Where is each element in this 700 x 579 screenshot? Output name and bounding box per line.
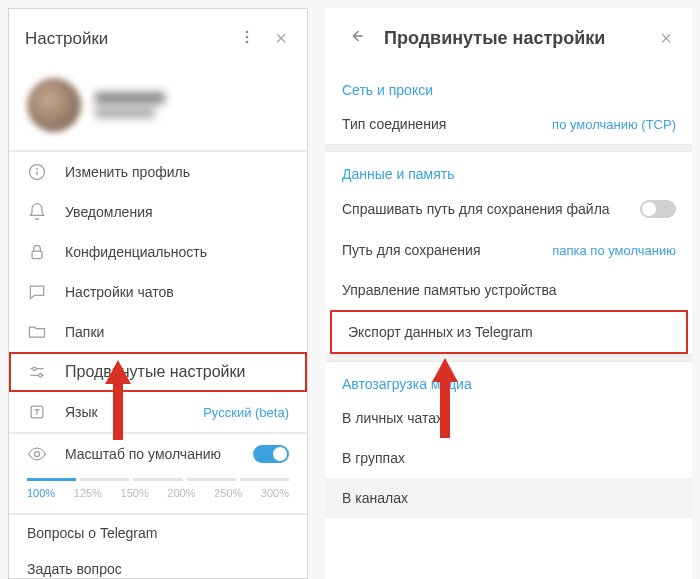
svg-rect-6 bbox=[32, 251, 42, 258]
ask-path-toggle[interactable] bbox=[640, 200, 676, 218]
row-value: по умолчанию (TCP) bbox=[552, 117, 676, 132]
sliders-icon bbox=[27, 362, 47, 382]
menu-label: Масштаб по умолчанию bbox=[65, 446, 235, 462]
svg-point-0 bbox=[246, 30, 249, 33]
separator bbox=[326, 354, 692, 362]
settings-header: Настройки × bbox=[9, 9, 307, 68]
advanced-header: Продвинутые настройки × bbox=[326, 8, 692, 68]
menu-label: Настройки чатов bbox=[65, 284, 289, 300]
row-label: Управление памятью устройства bbox=[342, 282, 676, 298]
row-label: Тип соединения bbox=[342, 116, 552, 132]
more-icon[interactable] bbox=[235, 25, 259, 53]
menu-chat-settings[interactable]: Настройки чатов bbox=[9, 272, 307, 312]
back-icon[interactable] bbox=[342, 22, 370, 54]
bell-icon bbox=[27, 202, 47, 222]
menu-about[interactable]: Вопросы о Telegram bbox=[9, 515, 307, 551]
row-label: Экспорт данных из Telegram bbox=[348, 324, 670, 340]
menu-label: Продвинутые настройки bbox=[65, 363, 289, 381]
row-label: Путь для сохранения bbox=[342, 242, 552, 258]
chat-icon bbox=[27, 282, 47, 302]
row-export-data[interactable]: Экспорт данных из Telegram bbox=[330, 310, 688, 354]
advanced-title: Продвинутые настройки bbox=[384, 28, 656, 49]
lock-icon bbox=[27, 242, 47, 262]
menu-label: Вопросы о Telegram bbox=[27, 525, 289, 541]
advanced-panel: Продвинутые настройки × Сеть и прокси Ти… bbox=[326, 8, 692, 579]
menu-label: Задать вопрос bbox=[27, 561, 289, 577]
svg-point-1 bbox=[246, 35, 249, 38]
profile-block[interactable] bbox=[9, 68, 307, 150]
scale-toggle[interactable] bbox=[253, 445, 289, 463]
section-automedia: Автозагрузка медиа bbox=[326, 362, 692, 398]
settings-panel: Настройки × Изменить профиль Уведомления… bbox=[8, 8, 308, 579]
separator bbox=[326, 144, 692, 152]
menu-ask[interactable]: Задать вопрос bbox=[9, 551, 307, 579]
row-connection-type[interactable]: Тип соединения по умолчанию (TCP) bbox=[326, 104, 692, 144]
svg-point-2 bbox=[246, 40, 249, 43]
row-value: папка по умолчанию bbox=[552, 243, 676, 258]
language-icon bbox=[27, 402, 47, 422]
row-label: В группах bbox=[342, 450, 676, 466]
language-value: Русский (beta) bbox=[203, 405, 289, 420]
zoom-labels: 100% 125% 150% 200% 250% 300% bbox=[27, 487, 289, 499]
row-groups[interactable]: В группах bbox=[326, 438, 692, 478]
svg-point-5 bbox=[37, 168, 38, 169]
menu-privacy[interactable]: Конфиденциальность bbox=[9, 232, 307, 272]
row-ask-path[interactable]: Спрашивать путь для сохранения файла bbox=[326, 188, 692, 230]
menu-advanced[interactable]: Продвинутые настройки bbox=[9, 352, 307, 392]
row-private-chats[interactable]: В личных чатах bbox=[326, 398, 692, 438]
svg-point-10 bbox=[39, 374, 42, 377]
menu-label: Папки bbox=[65, 324, 289, 340]
close-icon[interactable]: × bbox=[656, 23, 676, 54]
svg-point-12 bbox=[35, 452, 40, 457]
row-label: В личных чатах bbox=[342, 410, 676, 426]
row-label: Спрашивать путь для сохранения файла bbox=[342, 201, 640, 217]
menu-label: Язык bbox=[65, 404, 185, 420]
info-icon bbox=[27, 162, 47, 182]
row-save-path[interactable]: Путь для сохранения папка по умолчанию bbox=[326, 230, 692, 270]
menu-label: Уведомления bbox=[65, 204, 289, 220]
section-data: Данные и память bbox=[326, 152, 692, 188]
svg-point-9 bbox=[33, 367, 36, 370]
menu-language[interactable]: Язык Русский (beta) bbox=[9, 392, 307, 432]
row-channels[interactable]: В каналах bbox=[326, 478, 692, 518]
profile-name bbox=[95, 92, 165, 118]
menu-label: Изменить профиль bbox=[65, 164, 289, 180]
menu-notifications[interactable]: Уведомления bbox=[9, 192, 307, 232]
eye-icon bbox=[27, 444, 47, 464]
menu-edit-profile[interactable]: Изменить профиль bbox=[9, 152, 307, 192]
menu-scale[interactable]: Масштаб по умолчанию bbox=[9, 434, 307, 474]
settings-title: Настройки bbox=[25, 29, 235, 49]
menu-label: Конфиденциальность bbox=[65, 244, 289, 260]
row-label: В каналах bbox=[342, 490, 676, 506]
row-memory[interactable]: Управление памятью устройства bbox=[326, 270, 692, 310]
close-icon[interactable]: × bbox=[271, 23, 291, 54]
folder-icon bbox=[27, 322, 47, 342]
menu-folders[interactable]: Папки bbox=[9, 312, 307, 352]
section-network: Сеть и прокси bbox=[326, 68, 692, 104]
zoom-slider[interactable]: 100% 125% 150% 200% 250% 300% bbox=[9, 474, 307, 513]
avatar bbox=[27, 78, 81, 132]
